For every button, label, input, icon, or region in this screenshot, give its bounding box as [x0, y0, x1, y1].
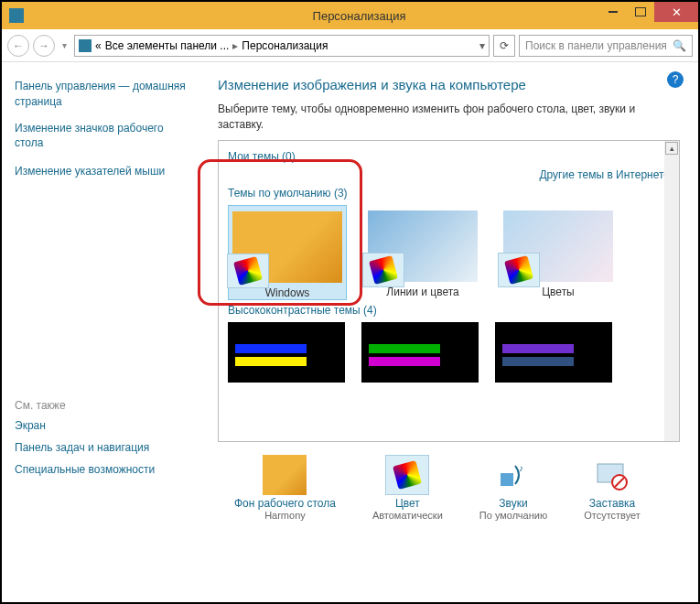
forward-button[interactable]: → [33, 35, 55, 57]
scroll-up-icon[interactable]: ▴ [665, 142, 678, 155]
page-subtitle: Выберите тему, чтобы одновременно измени… [218, 102, 680, 133]
sidebar-also-taskbar[interactable]: Панель задач и навигация [15, 441, 190, 454]
svg-rect-0 [501, 473, 513, 486]
titlebar: Персонализация [2, 2, 698, 29]
option-title: Звуки [479, 497, 547, 510]
theme-high-contrast-3[interactable] [495, 322, 612, 383]
option-screensaver[interactable]: Заставка Отсутствует [584, 455, 641, 521]
window-title: Персонализация [24, 9, 695, 23]
breadcrumb-item[interactable]: Все элементы панели ... [105, 39, 230, 52]
history-chevron-icon[interactable]: ▾ [62, 40, 67, 50]
back-button[interactable]: ← [7, 35, 29, 57]
sidebar-home-link[interactable]: Панель управления — домашняя страница [15, 79, 190, 110]
theme-label: Цветы [499, 286, 618, 298]
theme-lines-colors[interactable]: Линии и цвета [363, 205, 482, 300]
my-themes-label: Мои темы (0) [228, 150, 670, 163]
theme-high-contrast-1[interactable] [228, 322, 345, 383]
sidebar-also-heading: См. также [15, 399, 190, 412]
option-color[interactable]: Цвет Автоматически [372, 455, 443, 521]
option-value: Harmony [234, 510, 336, 521]
bottom-options: Фон рабочего стола Harmony Цвет Автомати… [218, 455, 680, 521]
color-fan-icon [362, 253, 404, 287]
sidebar: Панель управления — домашняя страница Из… [2, 62, 203, 602]
color-fan-icon [227, 253, 269, 288]
wallpaper-icon [263, 455, 307, 495]
breadcrumb-item[interactable]: Персонализация [242, 39, 328, 52]
online-themes-link[interactable]: Другие темы в Интернете [228, 168, 670, 181]
minimize-button[interactable] [599, 2, 627, 22]
svg-text:♪: ♪ [519, 463, 523, 473]
close-button[interactable] [654, 2, 698, 22]
page-title: Изменение изображения и звука на компьют… [218, 77, 680, 92]
navbar: ← → ▾ « Все элементы панели ... ▸ Персон… [2, 29, 698, 62]
search-icon: 🔍 [673, 39, 686, 52]
option-value: По умолчанию [479, 510, 547, 521]
help-icon[interactable]: ? [667, 71, 684, 88]
maximize-button[interactable] [627, 2, 654, 22]
sidebar-also-display[interactable]: Экран [15, 419, 190, 432]
option-value: Отсутствует [584, 510, 641, 521]
color-fan-icon [498, 253, 540, 287]
scrollbar[interactable]: ▴ [664, 141, 679, 441]
theme-label: Линии и цвета [363, 286, 482, 298]
app-icon [9, 8, 24, 23]
theme-flowers[interactable]: Цветы [499, 205, 618, 300]
address-dropdown-icon[interactable]: ▾ [479, 39, 485, 52]
theme-windows[interactable]: Windows [228, 205, 347, 300]
sidebar-link-desktop-icons[interactable]: Изменение значков рабочего стола [15, 121, 190, 152]
address-bar[interactable]: « Все элементы панели ... ▸ Персонализац… [74, 35, 490, 57]
option-value: Автоматически [372, 510, 443, 521]
option-title: Заставка [584, 497, 641, 510]
sidebar-link-mouse-pointers[interactable]: Изменение указателей мыши [15, 164, 190, 179]
theme-high-contrast-2[interactable] [361, 322, 479, 383]
option-title: Фон рабочего стола [234, 497, 336, 510]
screensaver-icon [590, 455, 634, 495]
sound-icon: ♪ [491, 455, 535, 495]
location-icon [79, 39, 92, 52]
sidebar-also-accessibility[interactable]: Специальные возможности [15, 463, 190, 476]
themes-listbox: ▴ Мои темы (0) Другие темы в Интернете Т… [218, 140, 680, 442]
option-title: Цвет [372, 497, 443, 510]
breadcrumb-separator-icon: ▸ [232, 39, 238, 52]
option-desktop-background[interactable]: Фон рабочего стола Harmony [234, 455, 336, 521]
main-panel: ? Изменение изображения и звука на компь… [203, 62, 698, 602]
color-fan-icon [385, 455, 429, 495]
refresh-button[interactable]: ⟳ [493, 35, 515, 57]
search-placeholder: Поиск в панели управления [525, 39, 667, 52]
default-themes-label: Темы по умолчанию (3) [228, 187, 670, 200]
window: Персонализация ← → ▾ « Все элементы пане… [0, 0, 700, 604]
option-sounds[interactable]: ♪ Звуки По умолчанию [479, 455, 547, 521]
breadcrumb-prefix: « [95, 39, 102, 52]
search-input[interactable]: Поиск в панели управления 🔍 [519, 35, 693, 57]
high-contrast-label: Высококонтрастные темы (4) [228, 304, 670, 317]
theme-label: Windows [229, 286, 346, 299]
